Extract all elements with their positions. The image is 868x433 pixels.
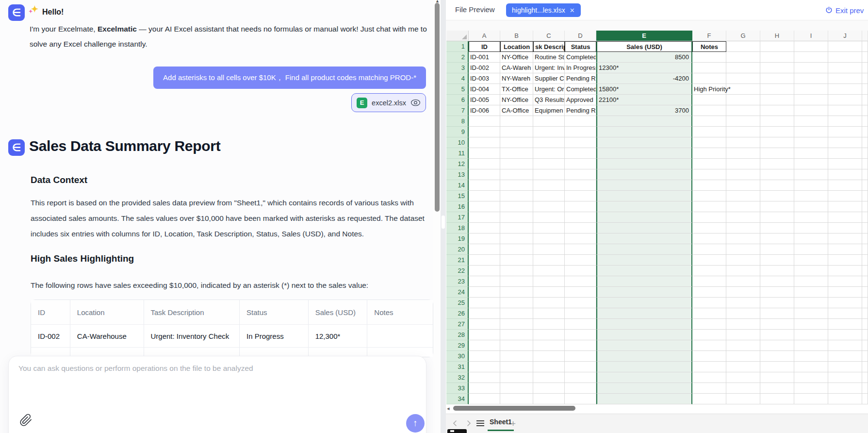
sheet-cell-E25[interactable] [596,298,692,308]
sheet-cell-J4[interactable] [828,73,862,84]
row-header-8[interactable]: 8 [446,116,469,127]
sheet-cell-C9[interactable] [533,127,565,137]
sheet-cell-C6[interactable]: Q3 Results [533,95,565,105]
sheet-cell-I25[interactable] [794,298,828,308]
sheet-cell-E5[interactable]: 15800* [596,84,692,95]
sheet-cell-G33[interactable] [726,383,760,394]
sheet-cell-G30[interactable] [726,351,760,362]
sheet-cell-F8[interactable] [692,116,726,127]
row-header-12[interactable]: 12 [446,159,469,169]
sheet-cell-A34[interactable] [469,394,500,404]
row-header-2[interactable]: 2 [446,52,469,63]
sheet-cell-G29[interactable] [726,340,760,351]
sheet-cell-A11[interactable] [469,148,500,159]
sheet-cell-H25[interactable] [760,298,794,308]
sheet-tab-sheet1[interactable]: Sheet1 [488,416,514,431]
sheet-cell-H3[interactable] [760,63,794,73]
sheet-cell-E29[interactable] [596,340,692,351]
sheet-cell-J20[interactable] [828,244,862,255]
sheet-cell-D9[interactable] [565,127,596,137]
sheet-cell-A1[interactable]: ID [469,41,500,52]
sheet-cell-H34[interactable] [760,394,794,404]
row-header-29[interactable]: 29 [446,340,469,351]
sheet-cell-C26[interactable] [533,308,565,319]
row-header-34[interactable]: 34 [446,394,469,404]
sheet-cell-E1[interactable]: Sales (USD) [596,41,692,52]
row-header-23[interactable]: 23 [446,276,469,287]
sheet-cell-C28[interactable] [533,330,565,340]
sheet-cell-I27[interactable] [794,319,828,330]
sheet-cell-E15[interactable] [596,191,692,201]
sheet-cell-A17[interactable] [469,212,500,223]
sheet-cell-B8[interactable] [500,116,533,127]
sheet-cell-D24[interactable] [565,287,596,298]
sheet-cell-C19[interactable] [533,233,565,244]
sheet-cell-B6[interactable]: NY-Office [500,95,533,105]
sheet-cell-A20[interactable] [469,244,500,255]
sheet-cell-B22[interactable] [500,266,533,276]
sheet-cell-J14[interactable] [828,180,862,191]
sheet-cell-B17[interactable] [500,212,533,223]
sheet-cell-B15[interactable] [500,191,533,201]
sheet-cell-D34[interactable] [565,394,596,404]
sheet-cell-J1[interactable] [828,41,862,52]
sheet-cell-I10[interactable] [794,137,828,148]
sheet-cell-J24[interactable] [828,287,862,298]
sheet-cell-F4[interactable] [692,73,726,84]
sheet-cell-E14[interactable] [596,180,692,191]
row-header-30[interactable]: 30 [446,351,469,362]
sheet-cell-D2[interactable]: Completed [565,52,596,63]
sheet-cell-H10[interactable] [760,137,794,148]
sheet-cell-D3[interactable]: In Progress [565,63,596,73]
sheet-cell-I4[interactable] [794,73,828,84]
sheet-cell-A32[interactable] [469,372,500,383]
sheet-cell-C16[interactable] [533,201,565,212]
sheet-cell-B27[interactable] [500,319,533,330]
sheet-cell-D16[interactable] [565,201,596,212]
sheet-cell-E19[interactable] [596,233,692,244]
panel-divider-handle[interactable] [442,216,445,229]
sheet-cell-G6[interactable] [726,95,760,105]
sheet-cell-B1[interactable]: Location [500,41,533,52]
sheet-cell-F15[interactable] [692,191,726,201]
row-header-31[interactable]: 31 [446,362,469,372]
eye-icon[interactable] [410,99,421,106]
sheet-cell-J6[interactable] [828,95,862,105]
sheet-cell-H27[interactable] [760,319,794,330]
sheet-cell-A4[interactable]: ID-003 [469,73,500,84]
sheet-cell-E33[interactable] [596,383,692,394]
column-header-C[interactable]: C [533,31,565,41]
column-header-I[interactable]: I [794,31,828,41]
sheet-cell-C4[interactable]: Supplier C [533,73,565,84]
sheet-cell-I30[interactable] [794,351,828,362]
row-header-27[interactable]: 27 [446,319,469,330]
row-header-9[interactable]: 9 [446,127,469,137]
sheet-cell-E4[interactable]: -4200 [596,73,692,84]
column-header-J[interactable]: J [828,31,862,41]
sheet-cell-E21[interactable] [596,255,692,266]
composer-placeholder[interactable]: You can ask questions or perform operati… [18,364,253,373]
sheet-cell-A21[interactable] [469,255,500,266]
sheet-cell-E26[interactable] [596,308,692,319]
sheet-cell-B23[interactable] [500,276,533,287]
sheet-cell-G22[interactable] [726,266,760,276]
sheet-cell-I5[interactable] [794,84,828,95]
sheet-cell-B5[interactable]: TX-Office [500,84,533,95]
sheet-cell-E31[interactable] [596,362,692,372]
column-header-F[interactable]: F [692,31,726,41]
sheet-cell-E22[interactable] [596,266,692,276]
sheet-cell-E6[interactable]: 22100* [596,95,692,105]
sheet-cell-I8[interactable] [794,116,828,127]
sheet-cell-E20[interactable] [596,244,692,255]
sheet-cell-B31[interactable] [500,362,533,372]
sheet-cell-J10[interactable] [828,137,862,148]
sheet-cell-I18[interactable] [794,223,828,233]
sheet-cell-I17[interactable] [794,212,828,223]
sheet-cell-C23[interactable] [533,276,565,287]
sheet-cell-H2[interactable] [760,52,794,63]
sheet-cell-F17[interactable] [692,212,726,223]
sheet-cell-B19[interactable] [500,233,533,244]
sheet-cell-F9[interactable] [692,127,726,137]
attach-button[interactable] [19,414,34,428]
sheet-cell-F19[interactable] [692,233,726,244]
